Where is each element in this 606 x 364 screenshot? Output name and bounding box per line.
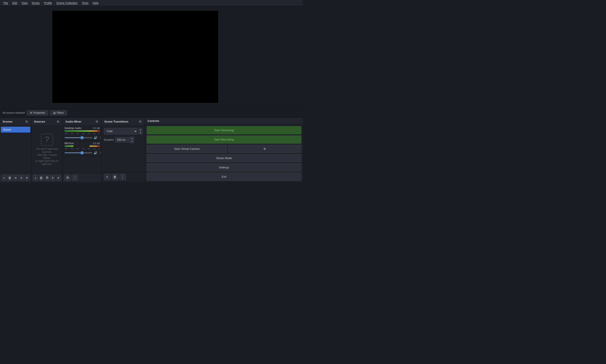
mic-aux-mute-button[interactable]: 🔊 <box>93 151 98 155</box>
transition-type-up-button[interactable]: ▲ <box>138 128 142 131</box>
scenes-panel-title: Scenes <box>3 120 13 123</box>
start-recording-button[interactable]: Start Recording <box>147 136 301 143</box>
menu-file[interactable]: File <box>2 1 10 5</box>
duration-input[interactable] <box>115 137 130 143</box>
preview-area <box>35 6 236 108</box>
desktop-audio-red <box>97 130 100 132</box>
scenes-panel-header: Scenes ⧉ <box>0 117 31 126</box>
desktop-audio-header: Desktop Audio 0.0 dB <box>65 127 100 130</box>
transition-type-down-button[interactable]: ▼ <box>138 131 142 134</box>
scenes-panel-icons: ⧉ <box>25 119 28 124</box>
mic-aux-scale: -60-50-40-30-20-100 <box>65 148 100 150</box>
scenes-collapse-button[interactable]: ⧉ <box>25 119 28 124</box>
mic-aux-meter-bg <box>65 145 100 147</box>
mic-aux-channel: Mic/Aux 0.0 dB -60-50-40-30-20-100 🔊 ⋮ <box>63 141 101 156</box>
transition-type-spinner: ▲ ▼ <box>138 128 143 134</box>
controls-panel: Controls Start Streaming Start Recording… <box>145 117 303 182</box>
mic-aux-db: 0.0 dB <box>93 142 100 145</box>
duration-spinner: ▲ ▼ <box>130 137 134 143</box>
menu-scene-collection[interactable]: Scene Collection <box>55 1 79 5</box>
mic-aux-yellow <box>90 145 97 147</box>
desktop-audio-mute-button[interactable]: 🔊 <box>93 136 98 140</box>
scenes-up-button[interactable]: ∧ <box>19 175 24 181</box>
menu-profile[interactable]: Profile <box>42 1 54 5</box>
studio-mode-button[interactable]: Studio Mode <box>147 154 301 162</box>
menu-view[interactable]: View <box>20 1 29 5</box>
sources-remove-button[interactable]: 🗑 <box>39 175 43 181</box>
scene-item-scene[interactable]: Scene <box>1 127 30 132</box>
scenes-filter-button[interactable]: ≡ <box>13 175 18 181</box>
transitions-footer: + 🗑 ⋮ <box>102 172 145 182</box>
audio-mixer-title: Audio Mixer <box>65 120 81 123</box>
menu-docks[interactable]: Docks <box>30 1 41 5</box>
scenes-down-button[interactable]: ∨ <box>25 175 29 181</box>
desktop-audio-channel: Desktop Audio 0.0 dB -60-50-40-30-20-100… <box>63 126 101 141</box>
menu-help[interactable]: Help <box>91 1 100 5</box>
scenes-list: Scene <box>0 126 31 173</box>
sources-panel: Sources ⧉ ? You don't have any sources. … <box>31 117 63 182</box>
scenes-footer: + 🗑 ≡ ∧ ∨ <box>0 173 31 182</box>
sources-up-button[interactable]: ∧ <box>50 175 55 181</box>
sources-footer: + 🗑 ⚙ ∧ ∨ <box>31 173 63 182</box>
sources-collapse-button[interactable]: ⧉ <box>56 119 60 124</box>
audio-mixer-collapse-button[interactable]: ⧉ <box>95 119 99 124</box>
menu-tools[interactable]: Tools <box>80 1 90 5</box>
transition-type-select[interactable]: Fade Cut Slide Swipe <box>104 128 138 134</box>
filter-icon: ▤ <box>53 111 56 114</box>
mic-aux-red <box>97 145 100 147</box>
properties-button[interactable]: ⚙ Properties <box>27 110 48 116</box>
scene-transitions-title: Scene Transitions <box>104 120 128 123</box>
sources-add-button[interactable]: + <box>33 175 38 181</box>
scenes-remove-button[interactable]: 🗑 <box>7 175 12 181</box>
scene-transitions-collapse-button[interactable]: ⧉ <box>138 119 142 124</box>
transitions-add-button[interactable]: + <box>104 174 110 180</box>
duration-label: Duration <box>104 138 114 141</box>
sources-empty-icon: ? <box>41 134 53 146</box>
controls-body: Start Streaming Start Recording Start Vi… <box>145 125 303 182</box>
desktop-audio-volume-slider[interactable] <box>65 137 92 138</box>
exit-button[interactable]: Exit <box>147 173 301 181</box>
settings-button[interactable]: Settings <box>147 163 301 171</box>
audio-mixer-header: Audio Mixer ⧉ <box>63 117 101 126</box>
scenes-add-button[interactable]: + <box>2 175 6 181</box>
audio-mixer-settings-button[interactable]: ⚙ <box>65 175 70 181</box>
scenes-panel: Scenes ⧉ Scene + 🗑 ≡ ∧ ∨ <box>0 117 31 182</box>
sources-settings-button[interactable]: ⚙ <box>45 175 49 181</box>
desktop-audio-scale: -60-50-40-30-20-100 <box>65 132 100 135</box>
start-virtual-camera-button[interactable]: Start Virtual Camera <box>147 145 227 153</box>
duration-down-button[interactable]: ▼ <box>130 140 134 143</box>
filters-button[interactable]: ▤ Filters <box>50 110 67 116</box>
transitions-more-button[interactable]: ⋮ <box>120 174 126 180</box>
audio-mixer-footer: ⚙ ⋮ <box>63 173 101 182</box>
sources-panel-icons: ⧉ <box>56 119 60 124</box>
sources-empty-area[interactable]: ? You don't have any sources. Click the … <box>31 126 63 173</box>
menu-edit[interactable]: Edit <box>11 1 19 5</box>
duration-up-button[interactable]: ▲ <box>130 137 134 140</box>
scene-transitions-icons: ⧉ <box>138 119 142 124</box>
left-panel <box>0 6 35 108</box>
sources-empty-text: You don't have any sources. Click the + … <box>34 147 60 166</box>
desktop-audio-db: 0.0 dB <box>93 127 100 130</box>
sources-down-button[interactable]: ∨ <box>56 175 61 181</box>
desktop-audio-controls: 🔊 ⋮ <box>65 136 100 140</box>
virtual-camera-settings-button[interactable]: ⚙ <box>228 145 301 153</box>
start-streaming-button[interactable]: Start Streaming <box>147 126 301 134</box>
desktop-audio-meter <box>65 130 100 132</box>
mic-aux-volume-slider[interactable] <box>65 152 92 153</box>
gear-icon: ⚙ <box>30 111 32 114</box>
virtual-camera-row: Start Virtual Camera ⚙ <box>147 145 301 153</box>
mic-aux-green <box>65 145 90 147</box>
mic-aux-meter <box>65 145 100 147</box>
mic-aux-header: Mic/Aux 0.0 dB <box>65 142 100 145</box>
scene-transitions-header: Scene Transitions ⧉ <box>102 117 145 126</box>
desktop-audio-meter-bg <box>65 130 100 132</box>
menubar: File Edit View Docks Profile Scene Colle… <box>0 0 303 6</box>
source-statusbar: No source selected ⚙ Properties ▤ Filter… <box>0 108 303 117</box>
preview-canvas <box>52 10 219 103</box>
transitions-remove-button[interactable]: 🗑 <box>112 174 118 180</box>
mic-aux-name: Mic/Aux <box>65 142 74 145</box>
audio-mixer-more-button[interactable]: ⋮ <box>72 175 78 181</box>
audio-mixer-icons: ⧉ <box>95 119 99 124</box>
desktop-audio-name: Desktop Audio <box>65 127 81 130</box>
scene-transitions-panel: Scene Transitions ⧉ Fade Cut Slide Swipe… <box>102 117 145 182</box>
